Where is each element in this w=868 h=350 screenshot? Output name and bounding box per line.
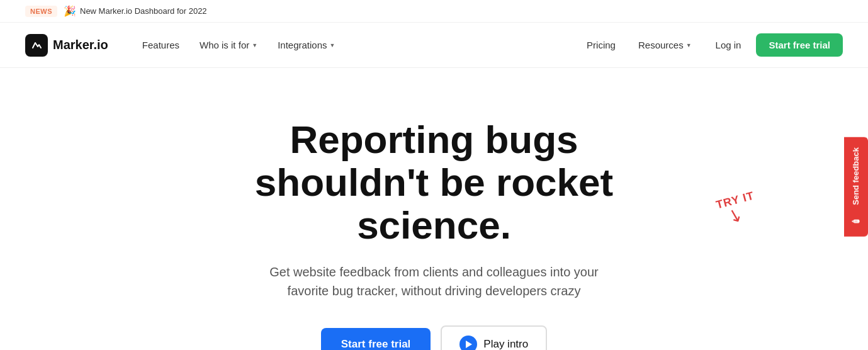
start-trial-hero-button[interactable]: Start free trial	[321, 328, 431, 350]
news-text: 🎉 New Marker.io Dashboard for 2022	[64, 5, 207, 17]
news-banner: NEWS 🎉 New Marker.io Dashboard for 2022	[0, 0, 868, 23]
logo-icon	[25, 34, 48, 57]
play-icon	[459, 336, 477, 350]
nav-integrations[interactable]: Integrations ▼	[269, 35, 344, 55]
nav-right: Pricing Resources ▼ Log in Start free tr…	[578, 33, 843, 57]
nav-features[interactable]: Features	[133, 35, 188, 55]
header: Marker.io Features Who is it for ▼ Integ…	[0, 23, 868, 68]
play-intro-button[interactable]: Play intro	[441, 325, 547, 350]
play-triangle-icon	[466, 341, 472, 348]
nav-who-is-it-for[interactable]: Who is it for ▼	[191, 35, 266, 55]
feedback-pencil-icon: ✏	[850, 215, 862, 227]
try-it-annotation: TRY IT ↘	[716, 194, 755, 225]
hero-section: Reporting bugs shouldn't be rocket scien…	[0, 68, 868, 350]
hero-title: Reporting bugs shouldn't be rocket scien…	[183, 118, 686, 247]
logo[interactable]: Marker.io	[25, 34, 108, 57]
nav-left: Features Who is it for ▼ Integrations ▼	[133, 35, 578, 55]
feedback-label: Send feedback	[852, 147, 861, 205]
news-emoji: 🎉	[64, 5, 76, 17]
hero-wrapper: Reporting bugs shouldn't be rocket scien…	[0, 68, 868, 350]
news-badge: NEWS	[25, 6, 57, 17]
login-button[interactable]: Log in	[706, 35, 752, 55]
hero-buttons: Start free trial Play intro	[321, 325, 547, 350]
integrations-dropdown-icon: ▼	[330, 42, 335, 48]
nav-resources[interactable]: Resources ▼	[629, 35, 701, 55]
resources-dropdown-icon: ▼	[686, 42, 692, 48]
who-is-it-for-dropdown-icon: ▼	[252, 42, 257, 48]
hero-subtitle: Get website feedback from clients and co…	[258, 262, 611, 300]
nav-pricing[interactable]: Pricing	[578, 35, 624, 55]
start-trial-nav-button[interactable]: Start free trial	[756, 33, 843, 57]
logo-text: Marker.io	[53, 38, 108, 52]
feedback-widget[interactable]: ✏ Send feedback	[844, 137, 868, 237]
news-message: New Marker.io Dashboard for 2022	[80, 6, 207, 16]
